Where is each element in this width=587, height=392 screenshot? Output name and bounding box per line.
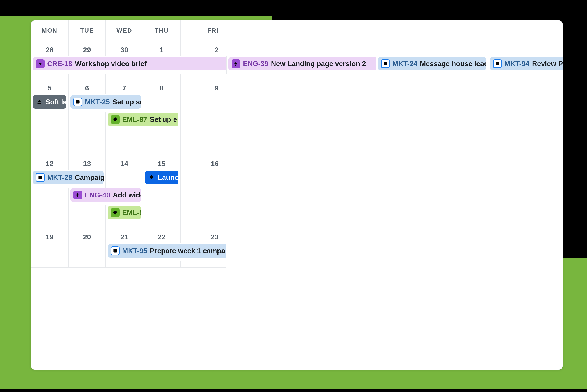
- date-cell[interactable]: 19: [31, 227, 68, 243]
- calendar-header-row: MON TUE WED THU FRI: [31, 20, 563, 40]
- calendar-grid: MON TUE WED THU FRI 28293012CRE-18Worksh…: [31, 20, 563, 268]
- week-separator: [31, 130, 563, 154]
- date-cell[interactable]: 5: [31, 78, 68, 94]
- day-header-tue: TUE: [68, 20, 106, 40]
- date-cell[interactable]: 28: [31, 40, 68, 56]
- day-header-wed: WED: [106, 20, 143, 40]
- date-cell[interactable]: 30: [106, 40, 143, 56]
- event-code: MKT-94: [504, 60, 529, 68]
- square-icon: [73, 98, 82, 106]
- event-lane-row: EML-88Email QA: [31, 205, 563, 223]
- square-icon: [381, 59, 390, 68]
- date-cell[interactable]: 22: [143, 227, 180, 243]
- day-header-mon: MON: [31, 20, 68, 40]
- event-code: MKT-25: [85, 98, 110, 106]
- date-cell[interactable]: 15: [143, 154, 180, 170]
- event-eml-87[interactable]: EML-87Set up email sends: [108, 113, 178, 126]
- event-mkt-95[interactable]: MKT-95Prepare week 1 campaign results: [108, 244, 227, 258]
- date-cell[interactable]: 7: [106, 78, 143, 94]
- event-code: EML-88: [122, 209, 141, 217]
- date-cell[interactable]: 13: [68, 154, 106, 170]
- event-title: Message house leadership review: [420, 60, 486, 68]
- event-cre-18[interactable]: CRE-18Workshop video brief: [33, 57, 226, 70]
- event-title: Campaign QA: [75, 174, 104, 182]
- event-title: Add widget to landing page: [113, 191, 141, 199]
- event-launch-day[interactable]: Launch day: [145, 171, 178, 184]
- week-dates-row: 28293012: [31, 40, 563, 56]
- date-cell[interactable]: 16: [180, 154, 227, 170]
- date-cell[interactable]: 8: [143, 78, 180, 94]
- event-mkt-24[interactable]: MKT-24Message house leadership review: [378, 57, 486, 70]
- event-code: MKT-24: [392, 60, 417, 68]
- event-lane-row: ENG-40Add widget to landing page: [31, 188, 563, 205]
- event-eng-39[interactable]: ENG-39New Landing page version 2: [229, 57, 376, 70]
- event-soft-launch[interactable]: Soft launch: [33, 95, 66, 109]
- event-code: MKT-95: [122, 247, 147, 255]
- week-dates-row: 56789: [31, 78, 563, 94]
- event-lane-row: MKT-95Prepare week 1 campaign results: [31, 243, 563, 261]
- event-title: Soft launch: [46, 98, 66, 106]
- square-icon: [111, 246, 120, 255]
- event-mkt-28[interactable]: MKT-28Campaign QA: [33, 171, 104, 184]
- event-eml-88[interactable]: EML-88Email QA: [108, 206, 141, 220]
- event-mkt-25[interactable]: MKT-25Set up social campaigns: [70, 95, 141, 109]
- event-code: ENG-39: [243, 60, 268, 68]
- week-separator: [31, 223, 563, 227]
- date-cell[interactable]: 2: [180, 40, 227, 56]
- bolt-icon: [36, 59, 45, 68]
- week-separator: [31, 74, 563, 78]
- event-eng-40[interactable]: ENG-40Add widget to landing page: [70, 188, 141, 202]
- event-lane-row: MKT-28Campaign QALaunch day: [31, 170, 563, 188]
- square-icon: [493, 59, 502, 68]
- event-title: Prepare week 1 campaign results: [150, 247, 227, 255]
- date-cell[interactable]: 12: [31, 154, 68, 170]
- bolt-icon: [232, 59, 240, 68]
- diamond-icon: [111, 115, 120, 124]
- event-code: MKT-28: [47, 174, 72, 182]
- event-mkt-94[interactable]: MKT-94Review PR announcement: [490, 57, 563, 70]
- date-cell[interactable]: 21: [106, 227, 143, 243]
- event-title: Launch day: [158, 174, 178, 182]
- calendar-card: MON TUE WED THU FRI 28293012CRE-18Worksh…: [31, 20, 563, 370]
- week-dates-row: 1920212223: [31, 227, 563, 243]
- event-title: Review PR announcement: [532, 60, 563, 68]
- event-title: Set up email sends: [150, 116, 178, 124]
- event-code: ENG-40: [85, 191, 110, 199]
- date-cell[interactable]: 20: [68, 227, 106, 243]
- diamond-icon: [111, 208, 120, 217]
- bolt-icon: [73, 190, 82, 200]
- date-cell[interactable]: 9: [180, 78, 227, 94]
- event-code: CRE-18: [47, 60, 72, 68]
- event-lane-row: Soft launchMKT-25Set up social campaigns: [31, 94, 563, 112]
- date-cell[interactable]: 14: [106, 154, 143, 170]
- date-cell[interactable]: 6: [68, 78, 106, 94]
- event-lane-row: CRE-18Workshop video briefENG-39New Land…: [31, 56, 563, 74]
- event-title: Set up social campaigns: [113, 98, 141, 106]
- day-header-fri: FRI: [180, 20, 227, 40]
- event-code: EML-87: [122, 116, 147, 124]
- square-icon: [36, 173, 45, 182]
- date-cell[interactable]: 1: [143, 40, 180, 56]
- event-title: Workshop video brief: [75, 60, 147, 68]
- rocket-icon: [148, 173, 155, 182]
- event-lane-row: EML-87Set up email sends: [31, 112, 563, 130]
- ship-icon: [36, 98, 43, 106]
- date-cell[interactable]: 23: [180, 227, 227, 243]
- day-header-thu: THU: [143, 20, 180, 40]
- event-title: New Landing page version 2: [271, 60, 366, 68]
- date-cell[interactable]: 29: [68, 40, 106, 56]
- week-dates-row: 1213141516: [31, 154, 563, 170]
- week-separator: [31, 261, 563, 268]
